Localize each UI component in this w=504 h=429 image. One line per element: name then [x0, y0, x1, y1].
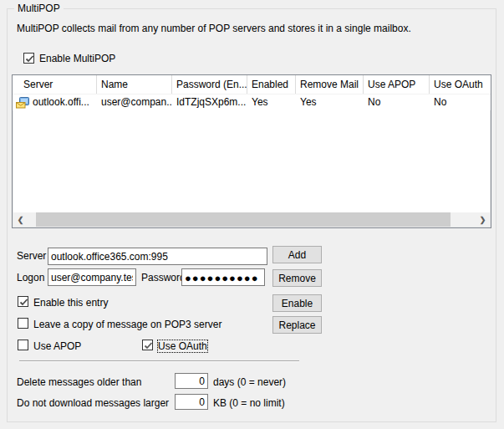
use-apop-label: Use APOP	[33, 340, 81, 352]
remove-button[interactable]: Remove	[272, 269, 322, 287]
row-cell-remove-mail: Yes	[296, 94, 364, 110]
row-cell-password: IdTZjqSXp6m...	[172, 94, 247, 110]
password-label: Password	[141, 272, 186, 283]
row-server-text: outlook.offi...	[33, 94, 89, 110]
max-size-input[interactable]	[175, 394, 208, 410]
leave-copy-checkbox[interactable]	[18, 318, 28, 329]
delete-older-suffix: days (0 = never)	[213, 376, 286, 388]
checkmark-icon	[24, 54, 35, 64]
enable-this-entry-checkbox[interactable]	[18, 296, 28, 307]
horizontal-scrollbar[interactable]: ❮ ❯	[13, 212, 490, 227]
checkmark-icon	[143, 341, 154, 350]
max-size-label: Do not download messages larger	[17, 397, 169, 409]
replace-button[interactable]: Replace	[272, 316, 322, 334]
column-header-use-oauth[interactable]: Use OAuth	[430, 75, 491, 94]
table-row[interactable]: outlook.offi... user@compan... IdTZjqSXp…	[13, 94, 491, 110]
mail-server-icon	[16, 96, 29, 110]
enable-this-entry-label: Enable this entry	[33, 297, 108, 309]
enable-multipop-checkbox[interactable]	[23, 53, 34, 64]
row-cell-use-apop: No	[364, 94, 430, 110]
groupbox-title: MultiPOP	[14, 3, 64, 14]
scrollbar-thumb[interactable]	[36, 212, 451, 227]
row-cell-server: outlook.offi...	[13, 94, 97, 110]
column-header-password[interactable]: Password (En...	[172, 75, 247, 94]
enable-button[interactable]: Enable	[272, 294, 322, 312]
scrollbar-track[interactable]	[451, 212, 476, 227]
row-cell-use-oauth: No	[430, 94, 491, 110]
checkmark-icon	[18, 298, 29, 307]
add-button[interactable]: Add	[272, 246, 322, 263]
password-input[interactable]	[181, 268, 265, 286]
use-oauth-label: Use OAuth	[158, 340, 207, 352]
column-header-use-apop[interactable]: Use APOP	[364, 75, 430, 94]
column-header-enabled[interactable]: Enabled	[247, 75, 296, 94]
leave-copy-label: Leave a copy of message on POP3 server	[33, 319, 221, 330]
multipop-entries-list[interactable]: Server Name Password (En... Enabled Remo…	[12, 74, 491, 228]
logon-input[interactable]	[48, 268, 136, 286]
enable-multipop-label: Enable MultiPOP	[39, 53, 115, 64]
delete-older-label: Delete messages older than	[17, 376, 141, 388]
logon-label: Logon	[17, 272, 44, 283]
scroll-left-arrow-icon[interactable]: ❮	[13, 212, 28, 227]
row-cell-name: user@compan...	[97, 94, 172, 110]
row-cell-enabled: Yes	[247, 94, 296, 110]
delete-older-input[interactable]	[175, 373, 208, 389]
list-header: Server Name Password (En... Enabled Remo…	[13, 75, 491, 94]
separator-line	[19, 360, 299, 362]
use-oauth-checkbox[interactable]	[142, 340, 153, 350]
max-size-suffix: KB (0 = no limit)	[213, 397, 285, 409]
use-apop-checkbox[interactable]	[18, 340, 28, 350]
multipop-description: MultiPOP collects mail from any number o…	[17, 23, 411, 34]
column-header-name[interactable]: Name	[97, 75, 172, 94]
server-input[interactable]	[48, 248, 267, 265]
scroll-right-arrow-icon[interactable]: ❯	[476, 212, 490, 227]
server-label: Server	[17, 250, 46, 262]
column-header-remove-mail[interactable]: Remove Mail	[296, 75, 364, 94]
column-header-server[interactable]: Server	[13, 75, 97, 94]
